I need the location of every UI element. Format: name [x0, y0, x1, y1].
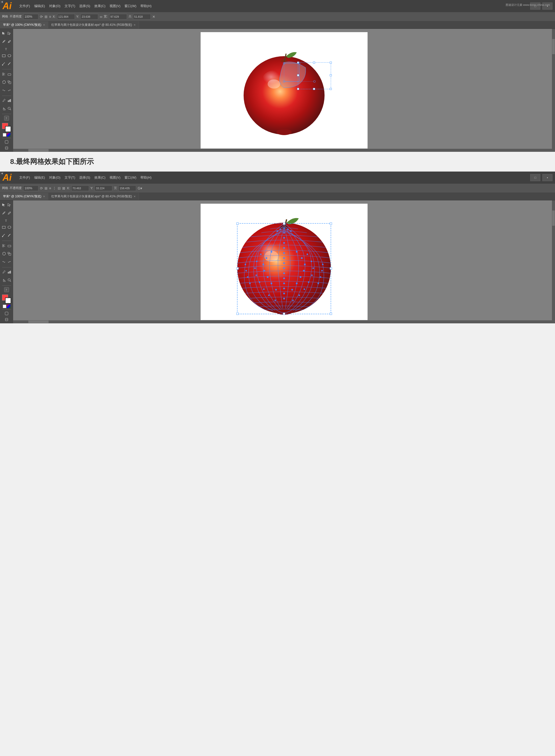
pen-tool-2[interactable] [1, 209, 6, 217]
menu-effect-1[interactable]: 效果(C) [94, 4, 105, 8]
toolbar-collapse-2[interactable]: ◀ [0, 172, 4, 175]
rotate-tool-1[interactable] [1, 79, 6, 86]
tab-eps-1[interactable]: 红苹果与果汁包装设计矢量素材.eps* @ 80.41% (RGB/预览) ✕ [48, 21, 139, 29]
type-tool-1[interactable]: T [1, 46, 12, 52]
blob-tool-2[interactable] [7, 232, 12, 239]
paintbrush-tool-1[interactable] [1, 60, 6, 67]
options-w-field-1[interactable]: 97.629 [109, 14, 127, 19]
window-minimize-2[interactable]: □ [530, 174, 540, 181]
eraser-tool-2[interactable] [7, 242, 12, 249]
extra-btn-3[interactable] [1, 311, 12, 317]
options-x-field-2[interactable]: 70.463 [71, 185, 89, 191]
rect-tool-1[interactable] [1, 52, 6, 59]
gradient-color-2[interactable] [7, 305, 10, 308]
scrollbar-thumb-h-1[interactable] [28, 149, 49, 152]
svg-point-74 [283, 247, 285, 249]
chart-tool-1[interactable] [7, 97, 12, 104]
eyedropper-tool-1[interactable] [1, 97, 6, 104]
menu-edit-1[interactable]: 编辑(E) [34, 4, 45, 8]
scrollbar-vertical-1[interactable] [552, 29, 555, 152]
menu-view-2[interactable]: 视图(V) [110, 175, 120, 180]
scrollbar-thumb-v-2[interactable] [552, 211, 555, 226]
stroke-color-1[interactable] [5, 126, 11, 132]
scrollbar-horizontal-1[interactable] [13, 149, 555, 152]
pencil-tool-2[interactable] [7, 209, 12, 217]
tab-close-eps-1[interactable]: ✕ [134, 24, 136, 26]
none-color-2[interactable] [3, 305, 6, 308]
eraser-tool-1[interactable] [7, 71, 12, 78]
rotate-tool-2[interactable] [1, 250, 6, 257]
chart-tool-2[interactable] [7, 268, 12, 276]
selection-tool-2[interactable] [1, 201, 6, 208]
tab-apple-1[interactable]: 苹果* @ 100% (CMYK/预览) ✕ [0, 21, 48, 29]
menu-help-2[interactable]: 帮助(H) [140, 175, 152, 180]
pencil-tool-1[interactable] [7, 38, 12, 45]
window-panel-2[interactable]: ▪ [542, 174, 552, 181]
direct-select-tool-2[interactable] [7, 201, 12, 208]
question-tool-2[interactable]: ? [1, 287, 12, 292]
scale-tool-2[interactable] [7, 250, 12, 257]
menu-text-1[interactable]: 文字(T) [65, 4, 75, 8]
tab-eps-2[interactable]: 红苹果与果汁包装设计矢量素材.eps* @ 80.41% (RGB/预览) ✕ [48, 193, 139, 200]
options-h-field-1[interactable]: 51.818 [133, 14, 151, 19]
selection-tool-1[interactable] [1, 30, 6, 37]
tab-close-eps-2[interactable]: ✕ [134, 195, 136, 198]
ellipse-tool-1[interactable] [7, 52, 12, 59]
scrollbar-thumb-v-1[interactable] [552, 39, 555, 54]
menu-text-2[interactable]: 文字(T) [65, 175, 75, 180]
scissors-tool-2[interactable] [1, 242, 6, 249]
options-opacity-label-1: 不透明度 [10, 14, 22, 19]
question-tool-1[interactable]: ? [1, 115, 12, 121]
menu-object-1[interactable]: 对象(O) [49, 4, 60, 8]
hand-tool-1[interactable] [1, 105, 6, 112]
menu-window-1[interactable]: 窗口(W) [124, 4, 136, 8]
scrollbar-horizontal-2[interactable] [13, 320, 555, 323]
warp-tool-1[interactable] [1, 87, 6, 94]
menu-select-2[interactable]: 选择(S) [79, 175, 90, 180]
type-tool-2[interactable]: T [1, 218, 12, 223]
opacity-dropdown-2[interactable]: 100% [23, 185, 38, 191]
menu-window-2[interactable]: 窗口(W) [124, 175, 136, 180]
menu-object-2[interactable]: 对象(O) [49, 175, 60, 180]
warp-tool-3[interactable] [1, 258, 6, 265]
blob-tool-1[interactable] [7, 60, 12, 67]
menu-file-2[interactable]: 文件(F) [19, 175, 30, 180]
extra-btn-2[interactable] [1, 145, 12, 151]
options-y-field-1[interactable]: 23.638 [80, 14, 98, 19]
ellipse-tool-2[interactable] [7, 224, 12, 231]
options-x-field-1[interactable]: 121.664 [57, 14, 75, 19]
opacity-dropdown-1[interactable]: 100% [23, 14, 38, 19]
extra-btn-4[interactable] [1, 317, 12, 322]
zoom-tool-1[interactable] [7, 105, 12, 112]
scale-tool-1[interactable] [7, 79, 12, 86]
stroke-color-2[interactable] [5, 298, 11, 304]
menu-edit-2[interactable]: 编辑(E) [34, 175, 45, 180]
menu-select-1[interactable]: 选择(S) [79, 4, 90, 8]
tab-close-apple-1[interactable]: ✕ [43, 24, 45, 26]
rect-tool-2[interactable] [1, 224, 6, 231]
direct-select-tool-1[interactable] [7, 30, 12, 37]
warp-tool-2-1[interactable] [7, 87, 12, 94]
hand-tool-2[interactable] [1, 277, 6, 284]
options-w-field-2[interactable]: 158.435 [118, 185, 136, 191]
tab-close-apple-2[interactable]: ✕ [43, 195, 45, 198]
menu-help-1[interactable]: 帮助(H) [140, 4, 152, 8]
zoom-tool-2[interactable] [7, 277, 12, 284]
gradient-color-1[interactable] [7, 133, 10, 137]
warp-tool-4[interactable] [7, 258, 12, 265]
svg-rect-13 [9, 100, 10, 102]
paintbrush-tool-2[interactable] [1, 232, 6, 239]
scrollbar-vertical-2[interactable] [552, 200, 555, 323]
toolbar-collapse-1[interactable]: ◀ [0, 0, 4, 4]
options-y-field-2[interactable]: 33.224 [95, 185, 112, 191]
menu-effect-2[interactable]: 效果(C) [94, 175, 105, 180]
tab-apple-2[interactable]: 苹果* @ 100% (CMYK/预览) ✕ [0, 193, 48, 200]
eyedropper-tool-2[interactable] [1, 268, 6, 276]
menu-file-1[interactable]: 文件(F) [19, 4, 30, 8]
pen-tool-1[interactable] [1, 38, 6, 45]
scrollbar-thumb-h-2[interactable] [28, 321, 49, 323]
extra-btn-1[interactable] [1, 139, 12, 145]
scissors-tool-1[interactable] [1, 71, 6, 78]
none-color-1[interactable] [3, 133, 6, 137]
menu-view-1[interactable]: 视图(V) [110, 4, 120, 8]
